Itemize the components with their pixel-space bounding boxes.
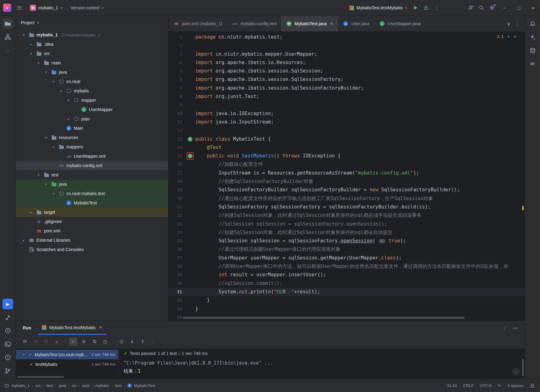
import-tests-icon[interactable]: ⇓ xyxy=(128,338,136,346)
close-icon[interactable]: ✕ xyxy=(99,325,102,330)
rerun-icon[interactable]: ⟳ xyxy=(21,338,29,346)
run-test-gutter-icon[interactable]: ✓ xyxy=(188,137,192,142)
test-result-row[interactable]: ✓testMybatis1 sec 748 ms xyxy=(16,359,118,369)
code-line[interactable]: 26 //通过代理模式创建UserMapper接口的代理实现类对象 xyxy=(168,245,525,254)
breadcrumb-item[interactable]: java xyxy=(59,383,66,388)
tree-item[interactable]: ▸target xyxy=(16,208,168,217)
tree-item[interactable]: ▾cn.niutr.mybatis.test xyxy=(16,189,168,198)
version-control-tool-button[interactable] xyxy=(2,366,13,376)
breadcrumb-item[interactable]: src xyxy=(36,383,41,388)
tree-item[interactable]: </>UserMapper.xml xyxy=(16,152,168,161)
chevron-down-icon[interactable]: ▾ xyxy=(36,61,41,65)
chevron-right-icon[interactable]: ▸ xyxy=(21,238,26,242)
code-line[interactable]: 11import java.io.InputStream; xyxy=(168,118,525,126)
code-line[interactable]: 25 SqlSession sqlSession = sqlSessionFac… xyxy=(168,237,525,245)
tree-item[interactable]: ▸pojo xyxy=(16,114,168,124)
chevron-down-icon[interactable]: ▾ xyxy=(43,136,49,140)
code-line[interactable]: 13✓public class MybatisTest { xyxy=(168,135,525,143)
tree-item[interactable]: ▸.idea xyxy=(16,40,168,49)
user-account-button[interactable] xyxy=(466,3,476,13)
inspection-widget[interactable]: ⚠ 1 ∧ ∨ xyxy=(496,34,516,39)
indent-size[interactable]: 4 spaces xyxy=(507,383,523,388)
show-ignored-icon[interactable]: ⊘ xyxy=(80,338,88,346)
maximize-button[interactable]: □ xyxy=(512,2,526,14)
show-passed-icon[interactable]: ✓ xyxy=(69,338,77,346)
horizontal-scrollbar[interactable] xyxy=(183,317,465,319)
code-line[interactable]: 1package cn.niutr.mybatis.test; xyxy=(168,33,525,41)
code-line[interactable]: 16 //加载核心配置文件 xyxy=(168,160,525,169)
export-tests-icon[interactable]: ⇑ xyxy=(139,338,147,346)
pen-icon[interactable]: ✎ xyxy=(498,383,501,388)
tree-item[interactable]: IUserMapper xyxy=(16,105,168,114)
breadcrumb-item[interactable]: test xyxy=(46,383,53,388)
code-line[interactable]: 20 //通过核心配置文件所对应的字节输入流创建工厂类SqlSessionFac… xyxy=(168,194,525,203)
close-button[interactable]: × xyxy=(526,2,540,14)
sort-alphabetically-icon[interactable]: ⇅ xyxy=(90,338,98,346)
editor-tab[interactable]: ▶MybatisTest.java✕ xyxy=(281,16,338,31)
code-line[interactable]: 15✓ public void testMybatis() throws IOE… xyxy=(168,152,525,160)
run-test-gutter-icon[interactable]: ✓ xyxy=(188,154,192,158)
editor-tab[interactable]: </>mybatis-config.xml xyxy=(227,16,281,31)
close-icon[interactable]: ✕ xyxy=(330,21,333,26)
code-line[interactable]: 32 } xyxy=(168,296,525,305)
tree-item[interactable]: ▾java xyxy=(16,68,168,77)
code-line[interactable]: 3import cn.niutr.mybatis.mapper.UserMapp… xyxy=(168,50,525,58)
code-line[interactable]: 17 InputStream is = Resources.getResourc… xyxy=(168,169,525,177)
editor-tab[interactable]: IUserMapper.java xyxy=(374,16,425,31)
code-line[interactable]: 27 UserMapper userMapper = sqlSession.ge… xyxy=(168,254,525,262)
chevron-down-icon[interactable]: ▾ xyxy=(21,352,26,357)
breadcrumb-item[interactable]: MybatisTest xyxy=(134,383,155,388)
lock-icon[interactable] xyxy=(530,383,535,388)
code-line[interactable]: 18 //创建SqlSessionFactoryBuilder对象 xyxy=(168,177,525,186)
chevron-down-icon[interactable]: ▾ xyxy=(51,80,56,84)
settings-button[interactable] xyxy=(487,3,497,13)
breadcrumb-item[interactable]: mybatis_1 xyxy=(11,383,30,388)
code-line[interactable]: 7import org.apache.ibatis.session.SqlSes… xyxy=(168,84,525,92)
next-warning-button[interactable]: ∨ xyxy=(514,35,516,39)
resume-icon[interactable]: ↻ xyxy=(42,338,50,346)
rerun-failed-icon[interactable]: ⟲ xyxy=(31,338,40,346)
code-line[interactable]: 22 //创建SqlSession对象，此时通过SqlSession对象所操作的… xyxy=(168,211,525,220)
code-editor[interactable]: 1package cn.niutr.mybatis.test;23import … xyxy=(168,32,525,321)
vcs-widget[interactable]: Version control ∨ xyxy=(68,4,106,12)
run-button[interactable] xyxy=(410,3,420,13)
tree-item[interactable]: ▾main xyxy=(16,58,168,68)
tree-item[interactable]: ▾test xyxy=(16,170,168,180)
tree-item[interactable]: ▾mybatis_1D:\mybatis\mybatis_1 xyxy=(16,30,168,40)
code-line[interactable]: 24 //创建SqlSession对象，此时通过SqlSession对象所操作的… xyxy=(168,228,525,237)
code-line[interactable]: 29 int result = userMapper.insertUser(); xyxy=(168,271,525,279)
code-line[interactable]: 31 System.out.println("结果："+result); xyxy=(168,288,525,296)
editor-tab[interactable]: mpom.xml (mybatis_1) xyxy=(168,16,227,31)
tree-item[interactable]: ⊘.gitignore xyxy=(16,217,168,226)
problems-tool-button[interactable] xyxy=(2,352,13,363)
stop-icon[interactable]: ■ xyxy=(53,338,61,346)
test-result-row[interactable]: ▾✓MybatisTest (cn.niutr.mybatis.test)1 s… xyxy=(16,350,118,359)
test-tree-scrollbar[interactable] xyxy=(17,376,64,378)
ai-assistant-tool-button[interactable] xyxy=(527,32,538,42)
database-tool-button[interactable] xyxy=(527,45,538,56)
chevron-right-icon[interactable]: ▸ xyxy=(66,117,71,121)
run-tab[interactable]: MybatisTest.testMybatis ✕ xyxy=(38,321,106,335)
maven-tool-button[interactable]: m xyxy=(527,58,538,69)
hide-panel-button[interactable]: — xyxy=(513,325,518,331)
tree-item[interactable]: ▾mapper xyxy=(16,96,168,105)
project-widget[interactable]: M mybatis_1 ∨ xyxy=(27,3,65,12)
code-line[interactable]: 2 xyxy=(168,41,525,50)
code-line[interactable]: 10import java.io.IOException; xyxy=(168,110,525,118)
encoding[interactable]: UTF-8 xyxy=(480,383,491,388)
code-line[interactable]: 8import org.junit.Test; xyxy=(168,92,525,101)
run-panel-options-button[interactable]: ⋮ xyxy=(502,325,507,331)
line-ending[interactable]: CRLF xyxy=(463,383,474,388)
editor-tab[interactable]: CUser.java xyxy=(338,16,374,31)
expand-console-button[interactable]: › xyxy=(512,368,520,376)
code-line[interactable]: 5import org.apache.ibatis.session.SqlSes… xyxy=(168,67,525,75)
code-line[interactable]: 30 //sqlSession.commit(); xyxy=(168,279,525,288)
tree-item[interactable]: ▾mappers xyxy=(16,142,168,152)
more-actions-button[interactable]: ⋮ xyxy=(432,3,442,13)
chevron-down-icon[interactable]: ▾ xyxy=(66,98,71,102)
breadcrumb-item[interactable]: niutr xyxy=(82,383,90,388)
project-folder-tool-button[interactable] xyxy=(2,18,13,29)
chevron-down-icon[interactable]: ▾ xyxy=(51,192,56,196)
chevron-right-icon[interactable]: ▸ xyxy=(28,210,34,214)
code-line[interactable]: 6import org.apache.ibatis.session.SqlSes… xyxy=(168,75,525,84)
